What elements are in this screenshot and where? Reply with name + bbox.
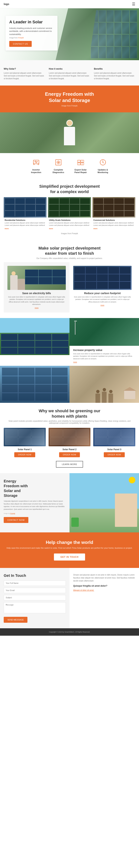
tall-solar-image-1	[0, 366, 70, 403]
solar-array	[0, 333, 70, 355]
menu-icon[interactable]: ☰	[132, 2, 135, 6]
why-solar-text-3: Lorem sed placerat aliquam amet ullamcor…	[94, 72, 135, 80]
house-roof	[123, 387, 136, 391]
contact-submit-button[interactable]: SEND MESSAGE	[4, 617, 27, 623]
worker-split-image	[7, 266, 66, 290]
panel-order-btn-2[interactable]: ORDER NOW	[59, 452, 80, 457]
sol-res-desc: Lorem sed placerat aliquam amet ullamcor…	[5, 222, 46, 226]
worker-head-1	[11, 271, 16, 275]
hero-description: Industry-leading products and customer s…	[9, 27, 54, 36]
why-solar-title-2: How it works	[49, 68, 90, 70]
service-monitoring-title: Updates &Monitoring	[98, 168, 108, 174]
save-electricity-heading: Save on electricity bills	[7, 292, 66, 295]
faq-link[interactable]: Aliquam et dolor sit amet.	[73, 589, 94, 591]
sol-util-link[interactable]: more	[49, 228, 53, 229]
panel-order-btn-1[interactable]: ORDER NOW	[14, 452, 35, 457]
turbine-mast	[75, 322, 76, 335]
learn-more-button[interactable]: LEARN MORE	[56, 461, 83, 468]
why-solar-title-1: Why Solar?	[4, 68, 45, 70]
save-increase-section: Increase property value Duis aute irure …	[0, 318, 139, 366]
panel-small-grid	[25, 270, 66, 284]
split-section: Save on electricity bills Duis aute irur…	[4, 262, 135, 312]
hero-title: A Leader in Solar	[9, 20, 54, 25]
worker-fig-2	[18, 279, 25, 290]
solutions-grid: Residential Solutions Lorem sed placerat…	[4, 197, 135, 231]
subject-input[interactable]	[4, 595, 66, 600]
sol-com-desc: Lorem sed placerat aliquam amet ullamcor…	[93, 222, 134, 226]
why-solar-grid: Why Solar? Lorem sed placerat aliquam am…	[4, 68, 135, 80]
energy-bottom-cta[interactable]: CONTACT NOW	[4, 517, 28, 523]
aerial-panels-res	[4, 197, 47, 218]
sol-res-title: Residential Solutions	[5, 219, 46, 221]
panel-order-btn-3[interactable]: ORDER NOW	[104, 452, 124, 457]
energy-banner-credit: Image from Freepik	[4, 105, 135, 107]
panel-title-1: Solar Panel 1	[4, 448, 46, 451]
solar-panels-product-grid: Solar Panel 1 ORDER NOW Solar Panel 2 OR…	[4, 428, 135, 457]
hero-image-credit: Image from Freepik	[9, 37, 54, 39]
panel-inner-grid-3	[93, 428, 135, 446]
residential-image	[4, 197, 47, 218]
tall-solar-row	[0, 366, 139, 403]
footer: Copyright © 2023 by SmartSlider3. All Ri…	[0, 628, 139, 636]
turbine-blade	[74, 321, 77, 321]
name-input[interactable]	[4, 581, 66, 586]
hero-cta-button[interactable]: CONTACT US	[9, 41, 32, 47]
help-world-cta[interactable]: GET IN TOUCH	[54, 554, 85, 560]
monitoring-icon	[98, 158, 108, 167]
service-inverter: InverterInspection	[27, 158, 46, 174]
help-world-desc: Help save the environment and make the s…	[4, 547, 135, 550]
contact-email-field	[4, 588, 66, 593]
message-textarea[interactable]	[4, 602, 66, 613]
solution-commercial: Commercial Solutions Lorem sed placerat …	[92, 197, 135, 231]
hero-section: A Leader in Solar Industry-leading produ…	[0, 8, 139, 60]
inverter-icon	[31, 158, 41, 167]
navbar: logo ☰	[0, 0, 139, 8]
email-input[interactable]	[4, 588, 66, 593]
credit-link[interactable]: Freepik	[18, 37, 24, 39]
credit-text: Image from	[9, 37, 18, 39]
utility-image	[48, 197, 91, 218]
increase-content: Increase property value Duis aute irure …	[70, 346, 139, 366]
service-panel-repair: Expert SolarPanel Repair	[71, 158, 90, 174]
save-electricity-link[interactable]: more	[7, 307, 66, 309]
contact-info-text: Ornare sed placerat ulputn in est ante i…	[73, 574, 135, 582]
service-diagnostics-title: CompleteDiagnostics	[53, 168, 64, 174]
building-windows	[117, 497, 135, 500]
sol-util-title: Utility-Scale Solutions	[49, 219, 90, 221]
worker-body	[64, 127, 75, 145]
solar-easier-heading: Make solar project development easier fr…	[4, 246, 135, 256]
solar-easier-section: Make solar project development easier fr…	[0, 240, 139, 318]
contact-name-field	[4, 581, 66, 586]
panel-inner-grid-1	[4, 428, 46, 446]
service-diagnostics: CompleteDiagnostics	[49, 158, 68, 174]
sol-com-link[interactable]: more	[93, 228, 98, 229]
green-field-image	[0, 318, 70, 355]
sol-com-title: Commercial Solutions	[93, 219, 134, 221]
building-main	[115, 494, 137, 527]
energy-bottom-credit: Image by Freepik	[4, 513, 66, 515]
contact-info-panel: Ornare sed placerat ulputn in est ante i…	[70, 568, 139, 628]
tp-head-2	[103, 388, 106, 391]
reduce-image-grid	[73, 266, 132, 290]
project-dev-section: Simplified project development for a com…	[0, 178, 139, 240]
reduce-carbon-text: Duis aute irure dolor in reprehenderit i…	[73, 296, 132, 303]
contact-message-field	[4, 602, 66, 614]
reduce-carbon-link[interactable]: more	[73, 304, 132, 306]
solar-grid-overlay	[0, 366, 70, 403]
why-solar-item-1: Why Solar? Lorem sed placerat aliquam am…	[4, 68, 45, 80]
energy-bottom-desc: Vulputate dignissim suspendisse in est a…	[4, 500, 66, 510]
greening-homes-section: Why we should be greening our homes with…	[0, 403, 139, 473]
energy-bottom-section: Energy Freedom with Solar and Storage Vu…	[0, 473, 139, 532]
sol-util-desc: Lorem sed placerat aliquam amet ullamcor…	[49, 222, 90, 226]
energy-bottom-credit-link[interactable]: Freepik	[10, 513, 15, 514]
team-work-image	[70, 366, 139, 403]
sol-res-link[interactable]: more	[5, 228, 9, 229]
logo: logo	[4, 3, 9, 5]
tp-head-1	[96, 390, 100, 393]
service-panel-title: Expert SolarPanel Repair	[75, 168, 87, 174]
increase-link[interactable]: more	[73, 361, 135, 363]
increase-image	[70, 318, 139, 346]
diagnostics-icon	[54, 158, 63, 167]
greening-homes-desc: Solar panel modules provide unparalleled…	[4, 420, 135, 424]
panel-card-3: Solar Panel 3 ORDER NOW	[93, 428, 135, 457]
